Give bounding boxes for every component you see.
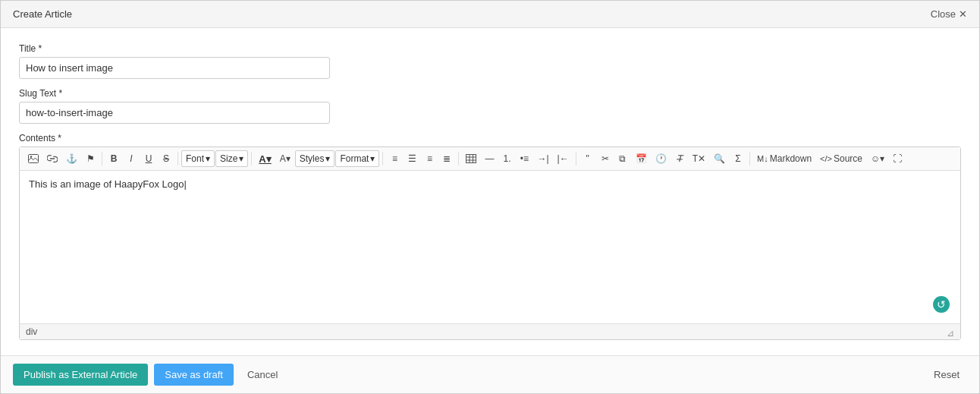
- close-button[interactable]: Close ✕: [931, 8, 967, 20]
- svg-point-1: [30, 156, 32, 157]
- format-dropdown-arrow: ▾: [370, 153, 375, 164]
- styles-dropdown-label: Styles: [300, 153, 325, 164]
- toolbar-separator-2: [177, 152, 178, 165]
- find-btn[interactable]: 🔍: [710, 150, 729, 167]
- size-dropdown-label: Size: [220, 153, 237, 164]
- italic-toolbar-btn[interactable]: I: [123, 150, 140, 167]
- anchor-toolbar-btn[interactable]: ⚓: [62, 150, 81, 167]
- strikethrough-toolbar-btn[interactable]: S: [158, 150, 174, 167]
- close-icon: ✕: [959, 8, 967, 20]
- markdown-icon: M↓: [757, 154, 768, 163]
- clear-format-btn[interactable]: T✕: [689, 150, 709, 167]
- text-cursor: [184, 178, 187, 190]
- toolbar-separator-5: [458, 152, 459, 165]
- slug-label: Slug Text *: [19, 88, 961, 99]
- size-dropdown-arrow: ▾: [239, 153, 243, 164]
- link-icon: [47, 154, 58, 163]
- flag-toolbar-btn[interactable]: ⚑: [82, 150, 99, 167]
- increase-indent-btn[interactable]: →|: [533, 150, 552, 167]
- wordcount-btn[interactable]: Σ: [730, 150, 746, 167]
- editor-footer: div ⊿: [20, 323, 960, 339]
- source-icon: </>: [820, 154, 832, 163]
- contents-field-group: Contents *: [19, 133, 961, 340]
- align-center-btn[interactable]: ☰: [404, 150, 420, 167]
- editor-content-area[interactable]: This is an image of HaapyFox Logo: [20, 171, 960, 323]
- image-icon: [28, 154, 39, 163]
- slug-field-group: Slug Text *: [19, 88, 961, 124]
- modal-title: Create Article: [13, 8, 72, 20]
- toolbar-separator-4: [382, 152, 383, 165]
- styles-dropdown-arrow: ▾: [325, 153, 330, 164]
- cut-btn[interactable]: ✂: [597, 150, 614, 167]
- table-icon: [466, 154, 476, 163]
- svg-rect-2: [466, 155, 476, 163]
- size-dropdown[interactable]: Size ▾: [215, 150, 248, 167]
- underline-toolbar-btn[interactable]: U: [140, 150, 157, 167]
- editor-text: This is an image of HaapyFox Logo: [29, 178, 184, 190]
- remove-format-btn[interactable]: T̶: [671, 150, 688, 167]
- bold-toolbar-btn[interactable]: B: [105, 150, 122, 167]
- toolbar: ⚓ ⚑ B I U S Font ▾: [20, 147, 960, 171]
- font-dropdown[interactable]: Font ▾: [181, 150, 215, 167]
- toolbar-separator-7: [749, 152, 750, 165]
- emoji-btn[interactable]: ☺▾: [867, 150, 888, 167]
- font-dropdown-arrow: ▾: [206, 153, 210, 164]
- markdown-label: Markdown: [770, 153, 812, 164]
- toolbar-separator-1: [102, 152, 102, 165]
- close-label: Close: [931, 8, 956, 20]
- toolbar-separator-3: [251, 152, 252, 165]
- modal-header: Create Article Close ✕: [1, 1, 979, 28]
- highlight-toolbar-btn[interactable]: A▾: [276, 150, 294, 167]
- modal-body: Title * Slug Text * Contents *: [1, 28, 979, 355]
- format-dropdown-label: Format: [340, 153, 369, 164]
- contents-label: Contents *: [19, 133, 961, 143]
- align-left-btn[interactable]: ≡: [386, 150, 403, 167]
- justify-btn[interactable]: ≣: [438, 150, 455, 167]
- title-input[interactable]: [19, 57, 330, 79]
- publish-external-button[interactable]: Publish as External Article: [13, 364, 148, 386]
- blockquote-btn[interactable]: ": [580, 150, 596, 167]
- source-label: Source: [834, 153, 862, 164]
- insert-date-btn[interactable]: 📅: [632, 150, 651, 167]
- cancel-button[interactable]: Cancel: [240, 364, 285, 386]
- fontcolor-toolbar-btn[interactable]: A▾: [255, 150, 275, 167]
- refresh-icon[interactable]: [933, 296, 950, 313]
- link-toolbar-btn[interactable]: [43, 150, 61, 167]
- decrease-indent-btn[interactable]: |←: [554, 150, 573, 167]
- unordered-list-btn[interactable]: •≡: [516, 150, 532, 167]
- format-dropdown[interactable]: Format ▾: [335, 150, 379, 167]
- resize-handle[interactable]: ⊿: [947, 328, 954, 336]
- table-btn[interactable]: [462, 150, 480, 167]
- hr-btn[interactable]: —: [481, 150, 498, 167]
- ordered-list-btn[interactable]: 1.: [498, 150, 515, 167]
- title-field-group: Title *: [19, 43, 961, 79]
- toolbar-separator-6: [576, 152, 576, 165]
- source-btn[interactable]: </> Source: [816, 150, 866, 167]
- markdown-btn[interactable]: M↓ Markdown: [753, 150, 815, 167]
- fullscreen-btn[interactable]: ⛶: [889, 150, 906, 167]
- editor-wrapper: ⚓ ⚑ B I U S Font ▾: [19, 147, 961, 340]
- image-toolbar-btn[interactable]: [24, 150, 42, 167]
- modal-footer: Publish as External Article Save as draf…: [1, 355, 979, 393]
- editor-tag: div: [26, 326, 37, 337]
- insert-time-btn[interactable]: 🕐: [652, 150, 671, 167]
- reset-button[interactable]: Reset: [926, 364, 967, 386]
- copy-btn[interactable]: ⧉: [614, 150, 631, 167]
- align-right-btn[interactable]: ≡: [421, 150, 438, 167]
- save-draft-button[interactable]: Save as draft: [154, 364, 234, 386]
- modal-container: Create Article Close ✕ Title * Slug Text…: [0, 0, 980, 394]
- slug-input[interactable]: [19, 102, 330, 124]
- font-dropdown-label: Font: [186, 153, 204, 164]
- styles-dropdown[interactable]: Styles ▾: [295, 150, 335, 167]
- footer-left-actions: Publish as External Article Save as draf…: [13, 364, 285, 386]
- title-label: Title *: [19, 43, 961, 54]
